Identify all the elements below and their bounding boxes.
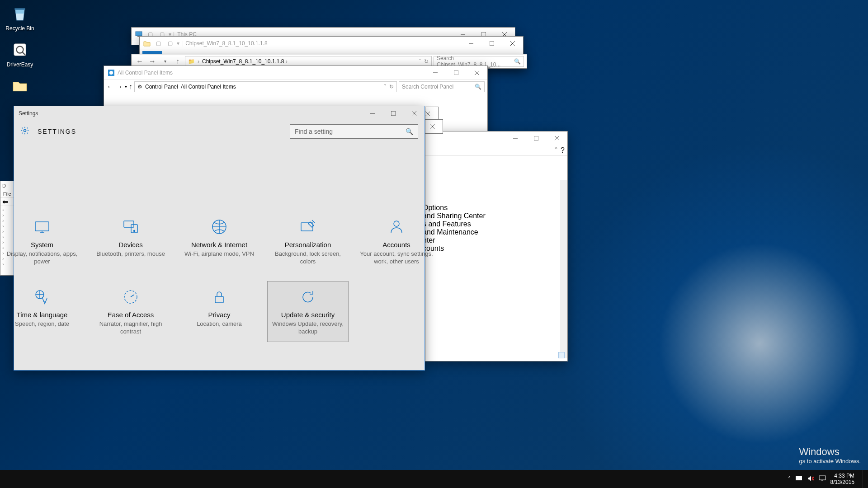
- tile-desc: Your account, sync settings, work, other…: [359, 250, 434, 266]
- lock-icon: [181, 287, 257, 306]
- svg-point-18: [394, 221, 399, 226]
- tile-name: Privacy: [181, 311, 257, 319]
- search-icon: 🔍: [514, 58, 521, 65]
- refresh-icon[interactable]: ↻: [424, 58, 429, 65]
- search-box[interactable]: Search Chipset_Win7_8_8.1_10... 🔍: [434, 56, 524, 67]
- ease-icon: [93, 287, 169, 306]
- dropdown-icon[interactable]: ˅: [419, 58, 421, 65]
- svg-rect-9: [534, 136, 538, 141]
- desktop-icon-recycle-bin[interactable]: Recycle Bin: [3, 3, 37, 32]
- tile-desc: Display, notifications, apps, power: [4, 250, 80, 266]
- search-icon: 🔍: [475, 84, 481, 90]
- activation-watermark: Windows gs to activate Windows.: [799, 446, 861, 465]
- window-title: All Control Panel Items: [118, 70, 173, 76]
- window-title: Settings: [14, 110, 362, 117]
- breadcrumb-item[interactable]: Chipset_Win7_8_8.1_10_10.1.1.8: [202, 58, 288, 65]
- forward-button[interactable]: →: [116, 83, 123, 91]
- close-button[interactable]: [404, 107, 425, 120]
- back-button[interactable]: ←: [107, 83, 114, 91]
- search-icon: 🔍: [406, 128, 413, 135]
- globe-icon: [181, 217, 257, 236]
- tile-desc: Wi-Fi, airplane mode, VPN: [181, 250, 257, 258]
- show-desktop-button[interactable]: [863, 470, 865, 488]
- settings-tile-time-language[interactable]: Time & languageSpeech, region, date: [1, 281, 83, 342]
- minimize-button[interactable]: [425, 66, 446, 80]
- minimize-button[interactable]: [505, 131, 526, 145]
- back-button[interactable]: ←: [134, 56, 145, 67]
- details-pane-toggle[interactable]: [558, 352, 565, 358]
- address-bar[interactable]: 📁 Chipset_Win7_8_8.1_10_10.1.1.8 ˅ ↻: [185, 56, 432, 67]
- volume-icon[interactable]: [807, 475, 814, 483]
- up-button[interactable]: ↑: [129, 83, 132, 91]
- settings-tile-network-internet[interactable]: Network & InternetWi-Fi, airplane mode, …: [179, 211, 260, 272]
- tray-overflow-icon[interactable]: ˄: [788, 476, 791, 482]
- svg-rect-8: [454, 70, 458, 75]
- svg-rect-23: [797, 481, 800, 481]
- qat-icon[interactable]: ▢: [153, 38, 163, 48]
- lang-icon: [4, 287, 80, 306]
- tile-name: Ease of Access: [93, 311, 169, 319]
- scrollbar[interactable]: [560, 180, 567, 358]
- window-settings[interactable]: Settings SETTINGS Find a setting 🔍 Syste…: [14, 106, 425, 371]
- window-title: D: [0, 183, 6, 188]
- network-icon[interactable]: [795, 475, 802, 483]
- settings-tile-personalization[interactable]: PersonalizationBackground, lock screen, …: [267, 211, 349, 272]
- control-panel-icon: [108, 69, 115, 76]
- tile-name: Time & language: [4, 311, 80, 319]
- settings-tile-accounts[interactable]: AccountsYour account, sync settings, wor…: [356, 211, 437, 272]
- desktop-icon-drivereasy[interactable]: DriverEasy: [3, 39, 37, 68]
- close-button[interactable]: [547, 131, 567, 145]
- settings-tile-privacy[interactable]: PrivacyLocation, camera: [179, 281, 260, 342]
- settings-tile-ease-of-access[interactable]: Ease of AccessNarrator, magnifier, high …: [90, 281, 171, 342]
- close-button[interactable]: [467, 66, 487, 80]
- window-fragment: [425, 119, 443, 134]
- help-icon[interactable]: ?: [561, 146, 565, 155]
- maximize-button[interactable]: [383, 107, 404, 120]
- window-explorer-blank[interactable]: ˄ ? Options and Sharing Center s and Fea…: [425, 131, 568, 361]
- address-bar[interactable]: ⚙ Control Panel All Control Panel Items …: [134, 81, 397, 92]
- taskbar-clock[interactable]: 4:33 PM 8/13/2015: [830, 473, 854, 486]
- svg-rect-22: [796, 476, 802, 480]
- folder-icon: [9, 75, 31, 97]
- dropdown-icon[interactable]: ˅: [384, 84, 387, 90]
- tile-desc: Bluetooth, printers, mouse: [93, 250, 169, 258]
- titlebar[interactable]: All Control Panel Items: [104, 66, 487, 80]
- breadcrumb-item[interactable]: All Control Panel Items: [181, 84, 236, 90]
- maximize-button[interactable]: [481, 37, 502, 50]
- desktop-icon-label: DriverEasy: [3, 61, 37, 68]
- page-heading: SETTINGS: [38, 128, 76, 135]
- breadcrumb-item[interactable]: [198, 58, 199, 65]
- back-icon[interactable]: ⬅: [2, 197, 8, 206]
- refresh-icon[interactable]: ↻: [389, 84, 394, 90]
- action-center-icon[interactable]: [819, 475, 826, 483]
- maximize-button[interactable]: [446, 66, 467, 80]
- up-button[interactable]: ↑: [172, 56, 183, 67]
- titlebar[interactable]: ▢ ▢ ▾ | Chipset_Win7_8_8.1_10_10.1.1.8: [140, 37, 523, 50]
- devices-icon: [93, 217, 169, 236]
- desktop-icon-folder[interactable]: [3, 75, 37, 98]
- taskbar[interactable]: ˄ 4:33 PM 8/13/2015: [0, 470, 868, 488]
- settings-tile-update-security[interactable]: Update & securityWindows Update, recover…: [267, 281, 349, 342]
- minimize-button[interactable]: [362, 107, 383, 120]
- breadcrumb-item[interactable]: Control Panel: [145, 84, 178, 90]
- gear-icon: [20, 126, 29, 137]
- svg-rect-12: [35, 222, 49, 231]
- search-box[interactable]: Search Control Panel 🔍: [399, 81, 485, 92]
- settings-search[interactable]: Find a setting 🔍: [290, 124, 418, 139]
- tile-desc: Windows Update, recovery, backup: [270, 320, 346, 336]
- chevron-up-icon[interactable]: ˄: [554, 146, 558, 155]
- settings-tile-devices[interactable]: DevicesBluetooth, printers, mouse: [90, 211, 171, 272]
- history-dropdown[interactable]: ▾: [125, 84, 127, 89]
- qat-icon[interactable]: ▢: [165, 38, 175, 48]
- svg-rect-21: [215, 296, 223, 303]
- settings-tile-system[interactable]: SystemDisplay, notifications, apps, powe…: [1, 211, 83, 272]
- close-button[interactable]: [502, 37, 523, 50]
- minimize-button[interactable]: [461, 37, 481, 50]
- forward-button[interactable]: →: [147, 56, 158, 67]
- maximize-button[interactable]: [526, 131, 547, 145]
- tile-desc: Speech, region, date: [4, 320, 80, 328]
- titlebar[interactable]: Settings: [14, 106, 425, 121]
- history-dropdown[interactable]: ▾: [160, 56, 170, 67]
- tile-desc: Location, camera: [181, 320, 257, 328]
- titlebar[interactable]: [425, 131, 567, 145]
